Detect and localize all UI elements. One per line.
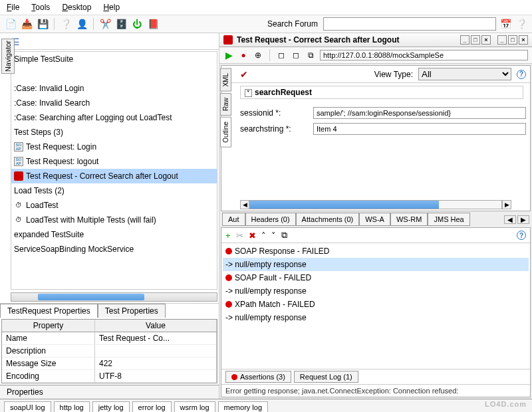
searchstring-input[interactable] [313,123,526,135]
tree-item[interactable]: SOAPTest Request: Login [11,140,217,154]
log-tab-wsrm[interactable]: wsrm log [174,401,215,412]
copy-icon[interactable]: ⧉ [305,50,316,60]
user-icon[interactable]: 👤 [75,17,88,31]
assertion-item[interactable]: -> null/empty response [223,284,529,298]
log-tab-memory[interactable]: memory log [218,401,268,412]
log-tab-jetty[interactable]: jetty log [92,401,130,412]
log-tab-http[interactable]: http log [54,401,90,412]
menu-file[interactable]: FFileile [7,3,19,12]
assertion-item[interactable]: SOAP Fault - FAILED [223,271,529,284]
properties-table: PropertyValue NameTest Request - Co... D… [1,319,217,383]
tree-item[interactable]: :Case: Searching after Logging out LoadT… [11,110,217,125]
tree-hscroll[interactable] [11,292,217,302]
collapse-icon[interactable]: ˅ [245,89,252,97]
tab-attachments[interactable]: Attachments (0) [296,213,360,226]
fail-dot-icon [225,301,232,308]
view-type-select[interactable]: All [418,68,511,80]
fail-dot-icon [225,248,232,255]
tab-request-log[interactable]: Request Log (1) [294,371,358,383]
tree-item[interactable]: expanded TestSuite [11,227,217,242]
xml-node[interactable]: ˅searchRequest [240,86,523,99]
assertion-item[interactable]: -> null/empty response [223,311,529,324]
help2-icon[interactable]: ❔ [515,17,528,31]
tabs-left-icon[interactable]: ◀ [504,215,516,224]
assertion-item[interactable]: SOAP Response - FAILED [223,245,529,258]
add-assertion-icon[interactable]: + [225,231,231,241]
remove-icon[interactable]: ✖ [249,231,256,241]
close-inner-icon[interactable]: × [481,35,491,45]
tab-wsrm[interactable]: WS-RM [390,213,428,226]
tab-wsa[interactable]: WS-A [359,213,390,226]
stop-icon[interactable]: ● [238,50,249,60]
exit-icon[interactable]: 📕 [146,17,160,31]
minimize-icon[interactable]: _ [497,35,507,45]
new-icon[interactable]: 📄 [4,17,17,31]
navigator-tab[interactable]: Navigator [1,39,15,74]
calendar-icon[interactable]: 📅 [499,17,512,31]
assertion-item[interactable]: -> null/empty response [223,258,529,271]
tree-item[interactable]: SOAPTest Request: logout [11,154,217,169]
window-icon [223,35,233,45]
help-icon[interactable]: ? [517,70,526,79]
prefs-icon[interactable]: ✂️ [98,17,112,31]
config-icon[interactable]: ✂ [236,231,243,241]
tab-aut[interactable]: Aut [222,213,245,226]
tree-item[interactable]: ⏱LoadTest with Multiple Tests (will fail… [11,213,217,227]
tab-testrequest-properties[interactable]: TestRequest Properties [0,304,98,318]
window2-icon[interactable]: ◻ [291,50,301,60]
save-all-icon[interactable]: 💾 [36,17,49,31]
menu-tools[interactable]: Tools [31,3,50,12]
tree-item[interactable]: Simple TestSuite [11,52,217,66]
menu-help[interactable]: Help [103,3,120,12]
search-forum-input[interactable] [323,17,496,31]
tab-assertions[interactable]: Assertions (3) [225,371,291,383]
tab-jms[interactable]: JMS Hea [428,213,469,226]
maximize-inner-icon[interactable]: □ [471,35,480,45]
window1-icon[interactable]: ◻ [276,50,287,60]
assertion-item[interactable]: XPath Match - FAILED [223,298,529,311]
maximize-icon[interactable]: □ [508,35,517,45]
tree-item[interactable]: ⏱LoadTest [11,198,217,213]
soap-icon: SOAP [14,157,23,166]
minimize-inner-icon[interactable]: _ [460,35,469,45]
red-icon [14,171,23,181]
help-icon[interactable]: ❔ [59,17,72,31]
close-icon[interactable]: × [519,35,528,45]
menu-desktop[interactable]: Desktop [62,3,91,12]
tree-item[interactable]: ServiceSoapBinding MockService [11,242,217,257]
up-icon[interactable]: ˄ [261,231,266,241]
server-icon[interactable]: 🗄️ [114,17,128,31]
tab-headers[interactable]: Headers (0) [245,213,296,226]
navigator-tree[interactable]: Simple TestSuite :Case: Invalid Login :C… [11,51,217,290]
clock-icon: ⏱ [14,215,23,225]
side-tab-raw[interactable]: Raw [220,93,231,116]
run-icon[interactable]: ▶ [223,50,234,60]
sessionid-input[interactable] [313,107,526,119]
xml-hscroll[interactable]: ◀ ▶ [240,200,511,209]
help-icon[interactable]: ? [517,231,526,240]
url-field[interactable]: http://127.0.0.1:8088/mockSampleSe [320,50,528,60]
tree-item[interactable]: Load Tests (2) [11,183,217,198]
side-tab-outline[interactable]: Outline [220,117,231,148]
clone-icon[interactable]: ⧉ [281,230,287,241]
soap-icon: SOAP [14,142,23,152]
scroll-left-icon[interactable]: ◀ [240,200,249,209]
import-icon[interactable]: 📥 [20,17,33,31]
tree-item[interactable]: :Case: Invalid Login [11,81,217,96]
down-icon[interactable]: ˅ [271,231,276,241]
tree-item-selected[interactable]: Test Request - Correct Search after Logo… [11,169,217,183]
validate-icon[interactable]: ✔ [240,69,248,80]
tab-test-properties[interactable]: Test Properties [98,304,166,318]
tree-item[interactable]: Test Steps (3) [11,125,217,140]
tree-item[interactable] [11,66,217,81]
log-tab-error[interactable]: error log [132,401,172,412]
tree-item[interactable]: :Case: Invalid Search [11,96,217,110]
power-icon[interactable]: ⏻ [130,17,144,31]
scroll-right-icon[interactable]: ▶ [502,200,511,209]
side-tab-xml[interactable]: XML [220,68,231,92]
assertion-list[interactable]: SOAP Response - FAILED -> null/empty res… [221,243,530,369]
log-tab-soapui[interactable]: soapUI log [4,401,51,412]
tabs-right-icon[interactable]: ▶ [517,215,529,224]
properties-bottom-tab[interactable]: Properties [0,385,219,399]
add-icon[interactable]: ⊕ [253,50,263,60]
